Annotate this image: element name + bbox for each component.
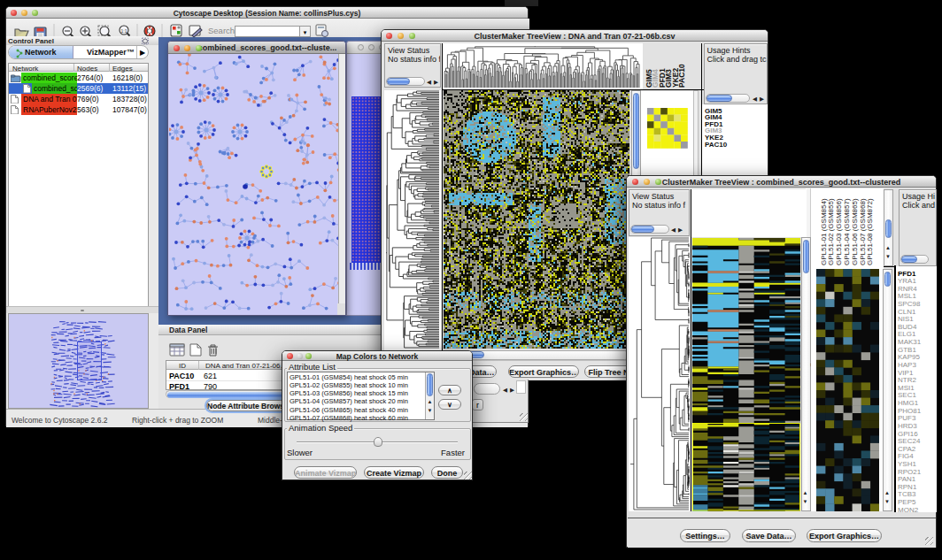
svg-text:Search:: Search: (208, 26, 237, 35)
svg-text:1:1: 1:1 (121, 28, 127, 34)
